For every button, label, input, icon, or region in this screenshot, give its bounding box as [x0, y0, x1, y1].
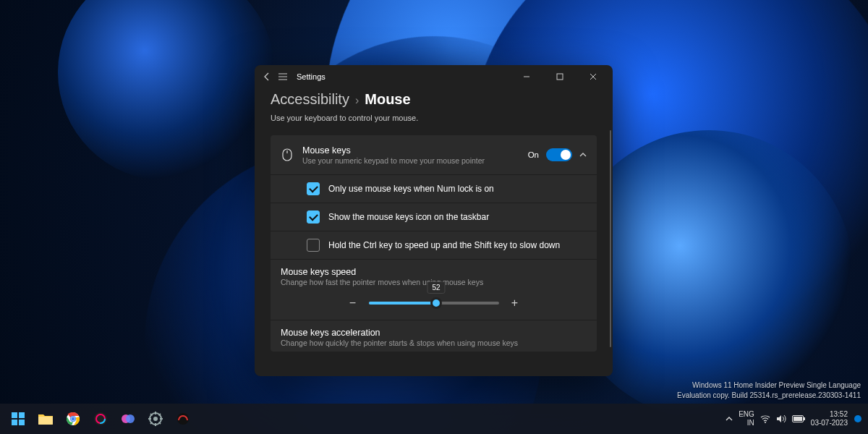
option-numlock[interactable]: Only use mouse keys when Num lock is on [271, 174, 597, 203]
mouse-keys-desc: Use your numeric keypad to move your mou… [302, 156, 519, 165]
app-icon-2[interactable] [116, 407, 140, 431]
close-button[interactable] [576, 65, 610, 88]
chrome-icon[interactable] [61, 407, 85, 431]
mouse-keys-accel-section: Mouse keys acceleration Change how quick… [271, 320, 597, 352]
option-taskbar-icon[interactable]: Show the mouse keys icon on the taskbar [271, 203, 597, 231]
toggle-state-label: On [528, 150, 539, 159]
chevron-right-icon: › [355, 94, 359, 107]
speed-decrease-button[interactable]: − [347, 297, 359, 310]
tray-chevron-icon[interactable] [726, 415, 733, 422]
wifi-icon[interactable] [760, 414, 770, 423]
speed-slider[interactable]: 52 [369, 302, 499, 305]
option-ctrl-shift[interactable]: Hold the Ctrl key to speed up and the Sh… [271, 231, 597, 259]
notification-icon[interactable] [854, 414, 862, 423]
back-button[interactable] [262, 72, 272, 82]
speed-increase-button[interactable]: + [509, 297, 521, 310]
system-tray[interactable]: ENG IN 13:52 03-07-2023 [726, 410, 862, 427]
battery-icon[interactable] [792, 415, 805, 422]
mouse-keys-speed-section: Mouse keys speed Change how fast the poi… [271, 259, 597, 320]
svg-rect-31 [793, 417, 802, 421]
speed-value-tooltip: 52 [427, 281, 446, 294]
svg-rect-3 [12, 412, 17, 418]
svg-rect-0 [557, 74, 563, 80]
svg-point-32 [854, 415, 861, 422]
breadcrumb: Accessibility › Mouse [271, 91, 597, 108]
checkbox-numlock[interactable] [307, 182, 320, 195]
svg-rect-30 [804, 417, 805, 420]
svg-rect-7 [38, 417, 53, 425]
checkbox-ctrl-shift[interactable] [307, 239, 320, 252]
app-icon-1[interactable] [88, 407, 113, 431]
settings-window: Settings Accessibility › Mouse Use your … [255, 65, 613, 376]
windows-watermark: Windows 11 Home Insider Preview Single L… [677, 380, 861, 401]
language-indicator[interactable]: ENG IN [739, 410, 754, 427]
svg-point-18 [153, 417, 158, 421]
maximize-button[interactable] [543, 65, 576, 88]
volume-icon[interactable] [776, 414, 786, 423]
breadcrumb-parent[interactable]: Accessibility [271, 91, 349, 108]
svg-rect-6 [19, 420, 25, 425]
svg-point-11 [72, 417, 75, 421]
checkbox-taskbar-icon[interactable] [307, 210, 320, 224]
page-title: Mouse [365, 91, 410, 108]
taskbar: ENG IN 13:52 03-07-2023 [0, 404, 868, 434]
mouse-keys-title: Mouse keys [302, 145, 519, 156]
clock[interactable]: 13:52 03-07-2023 [811, 410, 848, 427]
file-explorer-icon[interactable] [33, 407, 58, 431]
svg-rect-4 [19, 412, 25, 418]
app-icon-3[interactable] [171, 407, 195, 431]
svg-point-28 [765, 422, 766, 423]
speed-title: Mouse keys speed [281, 267, 587, 277]
accel-title: Mouse keys acceleration [281, 328, 587, 338]
settings-taskbar-icon[interactable] [143, 407, 168, 431]
svg-point-16 [126, 414, 135, 423]
chevron-up-icon[interactable] [579, 151, 587, 158]
svg-rect-5 [12, 420, 17, 425]
minimize-button[interactable] [510, 65, 543, 88]
start-button[interactable] [6, 407, 30, 431]
mouse-keys-card: Mouse keys Use your numeric keypad to mo… [271, 135, 597, 352]
titlebar: Settings [255, 65, 613, 88]
mouse-keys-toggle[interactable] [546, 148, 572, 161]
page-subtitle: Use your keyboard to control your mouse. [271, 114, 597, 122]
mouse-keys-header[interactable]: Mouse keys Use your numeric keypad to mo… [271, 135, 597, 174]
mouse-icon [281, 148, 294, 161]
nav-menu-button[interactable] [278, 72, 288, 82]
app-title: Settings [297, 72, 326, 81]
accel-desc: Change how quickly the pointer starts & … [281, 339, 587, 347]
